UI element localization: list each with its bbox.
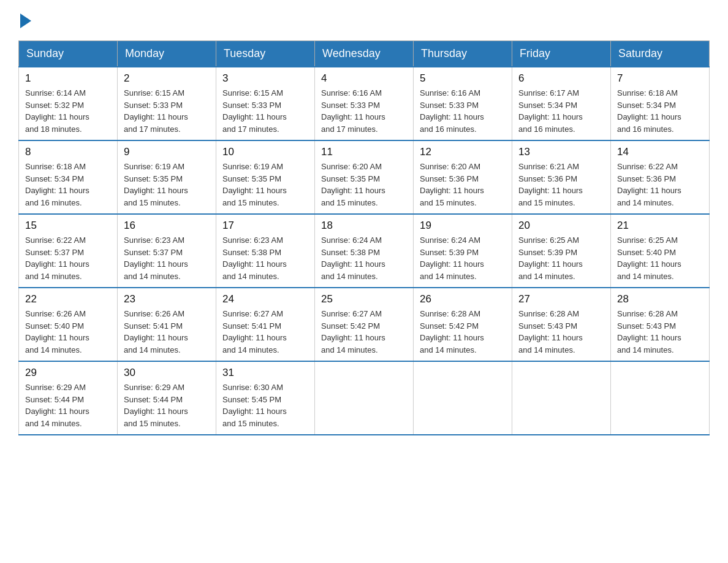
sunrise-label: Sunrise: 6:17 AM [518,88,579,98]
day-number: 15 [25,220,111,232]
sunrise-label: Sunrise: 6:29 AM [25,383,86,392]
day-number: 8 [25,146,111,158]
daylight-label: Daylight: 11 hoursand 16 minutes. [25,186,89,207]
day-info: Sunrise: 6:24 AM Sunset: 5:38 PM Dayligh… [321,234,407,282]
header-friday: Friday [512,41,611,67]
sunrise-label: Sunrise: 6:25 AM [518,236,579,245]
sunset-label: Sunset: 5:40 PM [617,248,676,257]
sunrise-label: Sunrise: 6:23 AM [124,236,184,245]
table-row: 7 Sunrise: 6:18 AM Sunset: 5:34 PM Dayli… [611,67,710,140]
week-row-1: 1 Sunrise: 6:14 AM Sunset: 5:32 PM Dayli… [19,67,710,140]
table-row: 18 Sunrise: 6:24 AM Sunset: 5:38 PM Dayl… [315,214,414,288]
sunrise-label: Sunrise: 6:18 AM [25,162,86,171]
table-row: 28 Sunrise: 6:28 AM Sunset: 5:43 PM Dayl… [611,288,710,361]
day-info: Sunrise: 6:28 AM Sunset: 5:43 PM Dayligh… [518,308,604,356]
table-row: 26 Sunrise: 6:28 AM Sunset: 5:42 PM Dayl… [414,288,512,361]
daylight-label: Daylight: 11 hoursand 14 minutes. [420,333,484,354]
sunset-label: Sunset: 5:36 PM [420,174,479,183]
header-monday: Monday [118,41,216,67]
daylight-label: Daylight: 11 hoursand 14 minutes. [321,333,385,354]
sunrise-label: Sunrise: 6:18 AM [617,88,678,98]
daylight-label: Daylight: 11 hoursand 15 minutes. [222,186,287,207]
sunset-label: Sunset: 5:35 PM [222,174,281,183]
sunset-label: Sunset: 5:33 PM [124,101,183,110]
header-saturday: Saturday [611,41,710,67]
day-info: Sunrise: 6:16 AM Sunset: 5:33 PM Dayligh… [420,87,506,135]
week-row-5: 29 Sunrise: 6:29 AM Sunset: 5:44 PM Dayl… [19,361,710,435]
table-row: 12 Sunrise: 6:20 AM Sunset: 5:36 PM Dayl… [414,140,512,214]
header-thursday: Thursday [414,41,512,67]
day-number: 4 [321,72,407,85]
sunset-label: Sunset: 5:33 PM [321,101,380,110]
logo [18,12,31,28]
day-info: Sunrise: 6:26 AM Sunset: 5:40 PM Dayligh… [25,308,111,356]
daylight-label: Daylight: 11 hoursand 17 minutes. [124,112,188,134]
day-number: 26 [420,293,506,305]
sunrise-label: Sunrise: 6:29 AM [124,383,184,392]
table-row: 8 Sunrise: 6:18 AM Sunset: 5:34 PM Dayli… [19,140,118,214]
table-row: 19 Sunrise: 6:24 AM Sunset: 5:39 PM Dayl… [414,214,512,288]
day-info: Sunrise: 6:18 AM Sunset: 5:34 PM Dayligh… [617,87,703,135]
sunrise-label: Sunrise: 6:21 AM [518,162,579,171]
sunset-label: Sunset: 5:36 PM [617,174,676,183]
day-number: 6 [518,72,604,85]
day-info: Sunrise: 6:29 AM Sunset: 5:44 PM Dayligh… [25,381,111,429]
sunrise-label: Sunrise: 6:22 AM [617,162,678,171]
day-info: Sunrise: 6:16 AM Sunset: 5:33 PM Dayligh… [321,87,407,135]
sunset-label: Sunset: 5:37 PM [124,248,183,257]
day-number: 23 [124,293,210,305]
daylight-label: Daylight: 11 hoursand 15 minutes. [124,186,188,207]
sunset-label: Sunset: 5:34 PM [25,174,84,183]
day-info: Sunrise: 6:14 AM Sunset: 5:32 PM Dayligh… [25,87,111,135]
day-info: Sunrise: 6:15 AM Sunset: 5:33 PM Dayligh… [222,87,308,135]
sunrise-label: Sunrise: 6:26 AM [124,309,184,318]
sunrise-label: Sunrise: 6:15 AM [124,88,184,98]
sunrise-label: Sunrise: 6:28 AM [617,309,678,318]
day-info: Sunrise: 6:22 AM Sunset: 5:36 PM Dayligh… [617,161,703,209]
day-number: 22 [25,293,111,305]
daylight-label: Daylight: 11 hoursand 14 minutes. [617,333,681,354]
sunset-label: Sunset: 5:45 PM [222,395,281,404]
day-info: Sunrise: 6:30 AM Sunset: 5:45 PM Dayligh… [222,381,308,429]
table-row: 27 Sunrise: 6:28 AM Sunset: 5:43 PM Dayl… [512,288,611,361]
sunset-label: Sunset: 5:43 PM [518,321,577,331]
day-number: 17 [222,220,308,232]
daylight-label: Daylight: 11 hoursand 17 minutes. [321,112,385,134]
table-row: 6 Sunrise: 6:17 AM Sunset: 5:34 PM Dayli… [512,67,611,140]
calendar-table: SundayMondayTuesdayWednesdayThursdayFrid… [18,40,710,435]
sunrise-label: Sunrise: 6:27 AM [321,309,382,318]
daylight-label: Daylight: 11 hoursand 16 minutes. [617,112,681,134]
day-info: Sunrise: 6:24 AM Sunset: 5:39 PM Dayligh… [420,234,506,282]
table-row: 17 Sunrise: 6:23 AM Sunset: 5:38 PM Dayl… [216,214,315,288]
day-info: Sunrise: 6:27 AM Sunset: 5:42 PM Dayligh… [321,308,407,356]
day-info: Sunrise: 6:17 AM Sunset: 5:34 PM Dayligh… [518,87,604,135]
sunrise-label: Sunrise: 6:16 AM [420,88,480,98]
sunrise-label: Sunrise: 6:19 AM [124,162,184,171]
sunrise-label: Sunrise: 6:23 AM [222,236,283,245]
daylight-label: Daylight: 11 hoursand 14 minutes. [222,333,287,354]
day-info: Sunrise: 6:28 AM Sunset: 5:43 PM Dayligh… [617,308,703,356]
table-row [512,361,611,435]
sunset-label: Sunset: 5:43 PM [617,321,676,331]
table-row: 15 Sunrise: 6:22 AM Sunset: 5:37 PM Dayl… [19,214,118,288]
day-number: 16 [124,220,210,232]
sunset-label: Sunset: 5:38 PM [321,248,380,257]
day-info: Sunrise: 6:18 AM Sunset: 5:34 PM Dayligh… [25,161,111,209]
daylight-label: Daylight: 11 hoursand 15 minutes. [124,407,188,428]
sunrise-label: Sunrise: 6:19 AM [222,162,283,171]
day-number: 2 [124,72,210,85]
day-number: 9 [124,146,210,158]
table-row: 5 Sunrise: 6:16 AM Sunset: 5:33 PM Dayli… [414,67,512,140]
table-row: 3 Sunrise: 6:15 AM Sunset: 5:33 PM Dayli… [216,67,315,140]
day-number: 5 [420,72,506,85]
day-number: 19 [420,220,506,232]
day-info: Sunrise: 6:29 AM Sunset: 5:44 PM Dayligh… [124,381,210,429]
daylight-label: Daylight: 11 hoursand 15 minutes. [420,186,484,207]
weekday-header-row: SundayMondayTuesdayWednesdayThursdayFrid… [19,41,710,67]
sunset-label: Sunset: 5:44 PM [25,395,84,404]
table-row: 30 Sunrise: 6:29 AM Sunset: 5:44 PM Dayl… [118,361,216,435]
table-row: 4 Sunrise: 6:16 AM Sunset: 5:33 PM Dayli… [315,67,414,140]
sunrise-label: Sunrise: 6:24 AM [321,236,382,245]
daylight-label: Daylight: 11 hoursand 18 minutes. [25,112,89,134]
day-number: 13 [518,146,604,158]
